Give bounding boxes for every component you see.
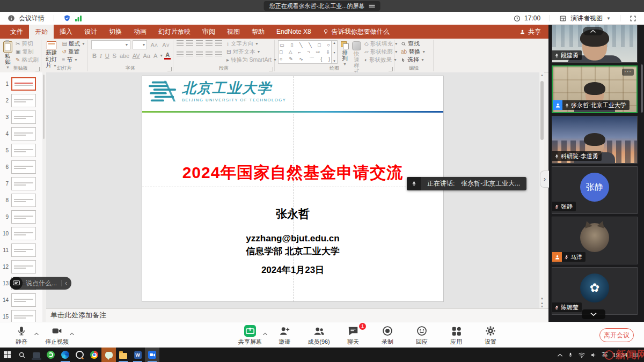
taskbar-icon-edge[interactable] [58,348,72,362]
shapes-gallery[interactable]: ▭▯╲╲□○ □△⌐¬⇨⇩ ○✎∿⌒{} [278,40,332,64]
shape-fill-button[interactable]: ◇形状填充▼ [364,40,398,47]
slide-thumbnail-11[interactable] [11,243,36,257]
decrease-indent-icon[interactable] [196,40,203,46]
tile-more-button[interactable]: ··· [622,69,634,76]
sidebar-collapse-up-button[interactable] [583,27,603,35]
info-icon[interactable] [8,14,15,22]
caret-up-icon[interactable] [69,328,75,338]
slide-thumbnail-row-15[interactable]: 15 [0,308,46,322]
ribbon-tab-视图[interactable]: 视图 [221,25,246,39]
slide-thumbnail-14[interactable] [11,293,36,307]
tray-mic-icon[interactable] [568,351,573,358]
tell-me-box[interactable]: 告诉我你想要做什么 [317,25,395,39]
ribbon-tab-审阅[interactable]: 审阅 [196,25,221,39]
font-style-button-abc[interactable]: abc [119,53,130,59]
slide-thumbnail-row-3[interactable]: 3 [0,109,46,125]
network-signal-icon[interactable] [75,15,82,21]
wifi-icon[interactable] [578,352,586,358]
taskbar-icon-wechat[interactable] [101,348,116,362]
taskbar-icon-word[interactable]: W [130,348,145,362]
shrink-font-button[interactable]: A˅ [161,42,171,48]
ribbon-tab-幻灯片放映[interactable]: 幻灯片放映 [152,25,196,39]
toolbar-item-apps[interactable]: 应用 [442,324,470,346]
caret-up-icon[interactable] [262,328,268,338]
slide-thumbnail-row-14[interactable]: 14 [0,292,46,308]
caret-up-icon[interactable] [34,328,39,338]
font-style-button-A[interactable]: A [152,53,158,59]
font-size-combo[interactable]: ▼ [133,40,148,49]
font-style-button-I[interactable]: I [99,53,103,59]
taskbar-icon-browser-360[interactable] [43,348,58,362]
line-spacing-icon[interactable] [215,40,222,46]
taskbar-clock[interactable]: 19:34 [612,352,627,358]
slide-thumbnail-row-5[interactable]: 5 [0,142,46,159]
security-shield-icon[interactable] [63,14,71,22]
toolbar-item-share-screen[interactable]: 共享屏幕 [236,324,264,346]
shapes-gallery-scroll[interactable]: ▲▾▼ [332,40,338,64]
ribbon-tab-文件[interactable]: 文件 [4,25,29,39]
dialog-launcher-icon[interactable] [35,67,40,71]
scroll-down-icon[interactable]: ▼ [539,297,545,300]
view-mode-label[interactable]: 演讲者视图 [570,14,603,23]
participant-tile-3[interactable]: 科研院-李道勇 [552,116,638,164]
scrollbar-thumb[interactable] [540,81,544,140]
toolbar-item-chat[interactable]: 1聊天 [339,324,367,346]
numbering-icon[interactable] [186,40,193,46]
slide-thumbnail-row-1[interactable]: 1 [0,76,46,92]
align-center-icon[interactable] [186,51,193,56]
notes-pane[interactable]: 单击此处添加备注 [46,308,548,322]
taskbar-icon-start[interactable] [0,348,14,362]
font-style-button-B[interactable]: B [91,53,98,59]
slide-thumbnail-row-2[interactable]: 2 [0,92,46,109]
ribbon-tab-插入[interactable]: 插入 [54,25,78,39]
toolbar-item-mic[interactable]: 静音 [8,324,35,346]
dialog-launcher-icon[interactable] [269,67,273,71]
action-center-icon[interactable] [632,352,639,358]
justify-icon[interactable] [206,51,213,56]
smartart-button[interactable]: ▸转换为 SmartArt▼ [226,56,277,63]
taskbar-icon-meeting[interactable] [145,348,159,362]
previous-slide-icon[interactable]: ▲▲ [539,301,545,308]
toolbar-item-record[interactable]: 录制 [374,324,401,346]
increase-indent-icon[interactable] [206,40,213,46]
tray-chevron-up-icon[interactable] [557,353,563,357]
slide-thumbnail-3[interactable] [11,110,36,124]
view-layout-icon[interactable] [559,15,567,22]
ribbon-tab-开始[interactable]: 开始 [29,25,54,39]
align-text-button[interactable]: ⊟对齐文本▼ [226,48,277,55]
slide-thumbnail-row-6[interactable]: 6 [0,159,46,175]
slide-thumbnail-5[interactable] [11,144,36,157]
toolbar-item-invite[interactable]: 邀请 [270,324,298,346]
slide-thumbnail-row-8[interactable]: 8 [0,192,46,209]
ribbon-tab-EndNote X8[interactable]: EndNote X8 [270,25,317,39]
slide-thumbnail-6[interactable] [11,160,36,174]
font-name-combo[interactable]: ▼ [91,40,130,49]
slide-thumbnail-15[interactable] [11,310,36,322]
taskbar-icon-search-q[interactable] [72,348,87,362]
sidebar-collapse-down-button[interactable] [582,309,605,319]
viewer-banner[interactable]: 您正在观看张永哲-北京工业...的屏幕 [264,1,380,11]
slide-thumbnail-row-7[interactable]: 7 [0,175,46,192]
danmaku-icon[interactable] [10,277,23,290]
participant-tile-5[interactable]: 马洋 [552,217,638,264]
dialog-launcher-icon[interactable] [389,67,393,71]
banner-menu-icon[interactable] [369,4,375,9]
dialog-launcher-icon[interactable] [167,67,172,71]
toolbar-item-settings[interactable]: 设置 [477,324,504,346]
slide-thumbnail-row-12[interactable]: 12 [0,258,46,275]
align-right-icon[interactable] [196,51,203,56]
arrange-button[interactable]: 排列 ▼ [341,40,349,66]
layout-button[interactable]: ▤版式▼ [62,40,85,47]
taskbar-icon-explorer[interactable] [116,348,130,362]
font-style-button-U[interactable]: U [104,53,111,59]
toolbar-item-members[interactable]: 成员(96) [305,324,333,346]
find-button[interactable]: 查找 [401,40,431,47]
sidebar-scrollbar[interactable] [641,64,643,113]
ribbon-tab-设计[interactable]: 设计 [78,25,103,39]
reset-button[interactable]: ↺重置 [62,48,85,55]
replace-button[interactable]: ab替换▼ [401,48,431,55]
shape-effects-button[interactable]: ◐形状效果▼ [364,56,398,63]
font-color-button[interactable]: A [164,51,171,60]
meeting-details-label[interactable]: 会议详情 [19,14,45,23]
slide-thumbnail-7[interactable] [11,177,36,190]
